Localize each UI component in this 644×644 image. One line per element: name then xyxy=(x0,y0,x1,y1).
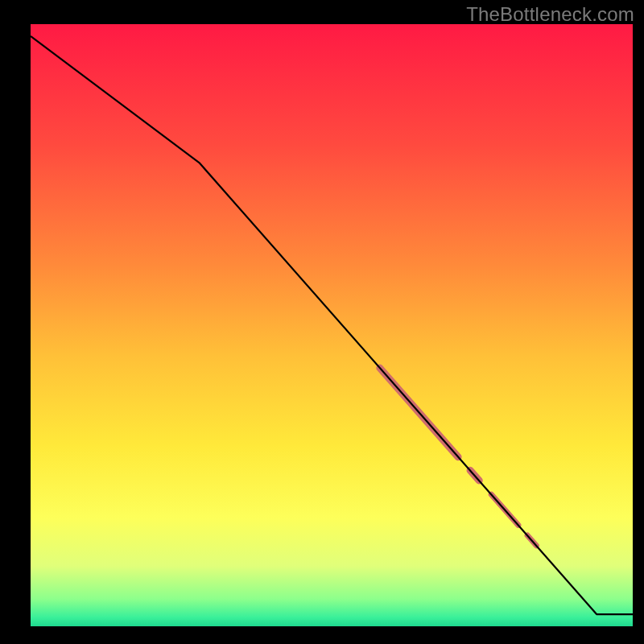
plot-background-gradient xyxy=(31,24,633,626)
bottleneck-chart xyxy=(0,0,644,644)
chart-container: TheBottleneck.com xyxy=(0,0,644,644)
